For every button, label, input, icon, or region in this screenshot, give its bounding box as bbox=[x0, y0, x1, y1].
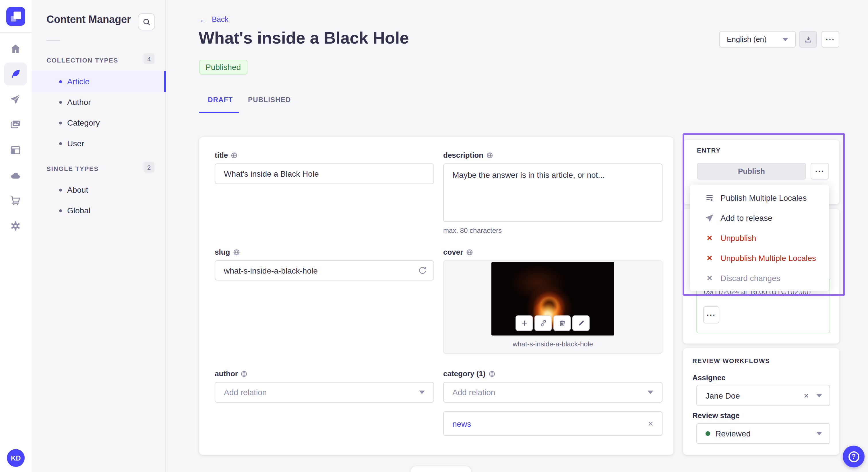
cover-add-button[interactable] bbox=[516, 315, 533, 331]
plus-icon bbox=[520, 319, 528, 327]
content-manager-panel: Content Manager COLLECTION TYPES 4 Artic… bbox=[32, 0, 166, 472]
section-heading-single-types: SINGLE TYPES bbox=[46, 165, 99, 172]
globe-icon bbox=[486, 152, 493, 159]
sidebar-item-category[interactable]: Category bbox=[32, 112, 166, 133]
field-label-author: author bbox=[215, 369, 248, 378]
cover-edit-button[interactable] bbox=[572, 315, 590, 331]
field-label-text: title bbox=[215, 151, 228, 160]
section-heading-collection-types: COLLECTION TYPES bbox=[46, 57, 118, 64]
slug-regenerate-button[interactable] bbox=[416, 264, 429, 277]
cover-delete-button[interactable] bbox=[553, 315, 570, 331]
chevron-down-icon bbox=[816, 432, 822, 435]
field-label-title: title bbox=[215, 151, 238, 160]
avatar-initials: KD bbox=[11, 454, 21, 462]
status-badge: Published bbox=[199, 60, 247, 74]
download-button[interactable] bbox=[799, 31, 817, 47]
home-icon bbox=[10, 43, 21, 55]
stage-status-dot bbox=[706, 431, 710, 436]
strapi-logo-mark bbox=[6, 7, 25, 26]
paper-plane-icon bbox=[705, 213, 714, 222]
tab-draft[interactable]: DRAFT bbox=[208, 96, 233, 104]
review-workflows-panel: REVIEW WORKFLOWS Assignee Jane Doe × Rev… bbox=[683, 348, 839, 455]
header-more-button[interactable]: ··· bbox=[822, 31, 839, 47]
clear-assignee-button[interactable]: × bbox=[804, 391, 809, 400]
title-input[interactable] bbox=[215, 164, 434, 184]
sidebar-item-global[interactable]: Global bbox=[32, 200, 166, 221]
sidebar-item-label: About bbox=[67, 185, 88, 194]
globe-icon bbox=[488, 370, 495, 377]
sidebar-item-author[interactable]: Author bbox=[32, 92, 166, 112]
menu-item-label: Unpublish Multiple Locales bbox=[720, 253, 816, 262]
field-label-text: category (1) bbox=[443, 369, 485, 378]
back-arrow-icon: ← bbox=[199, 15, 208, 24]
menu-item-discard-changes[interactable]: × Discard changes bbox=[690, 268, 829, 288]
nav-releases[interactable] bbox=[4, 88, 27, 111]
cover-media-box: what-s-inside-a-black-hole bbox=[443, 260, 662, 354]
author-relation-combobox[interactable]: Add relation bbox=[215, 382, 434, 403]
strapi-logo[interactable] bbox=[6, 7, 25, 26]
sidebar-item-label: User bbox=[67, 139, 84, 148]
entry-more-button[interactable]: ··· bbox=[811, 163, 829, 179]
slug-input[interactable] bbox=[215, 260, 434, 280]
back-link[interactable]: ← Back bbox=[199, 15, 228, 24]
publish-button[interactable]: Publish bbox=[697, 163, 806, 179]
entry-panel-title: ENTRY bbox=[697, 147, 721, 154]
floating-panel-edge bbox=[410, 466, 471, 472]
menu-item-unpublish[interactable]: × Unpublish bbox=[690, 228, 829, 248]
nav-media-library[interactable] bbox=[4, 113, 27, 136]
cart-icon bbox=[10, 195, 21, 206]
category-placeholder: Add relation bbox=[453, 388, 495, 397]
nav-settings[interactable] bbox=[4, 214, 27, 237]
assignee-value: Jane Doe bbox=[706, 391, 740, 400]
publish-button-label: Publish bbox=[738, 167, 765, 175]
assignee-combobox[interactable]: Jane Doe × bbox=[696, 385, 830, 406]
menu-item-unpublish-multiple-locales[interactable]: × Unpublish Multiple Locales bbox=[690, 248, 829, 268]
description-textarea[interactable]: Maybe the answer is in this article, or … bbox=[443, 164, 662, 222]
locale-value: English (en) bbox=[727, 35, 767, 43]
remove-relation-button[interactable]: × bbox=[648, 419, 653, 428]
rail-divider bbox=[0, 32, 32, 33]
help-button[interactable]: ? bbox=[843, 446, 865, 467]
field-label-text: author bbox=[215, 369, 238, 378]
media-icon bbox=[10, 119, 21, 130]
tab-draft-label: DRAFT bbox=[208, 96, 233, 104]
layout-icon bbox=[10, 144, 21, 156]
back-label: Back bbox=[212, 15, 228, 24]
locale-select[interactable]: English (en) bbox=[719, 31, 796, 47]
review-stage-value: Reviewed bbox=[715, 429, 751, 438]
menu-item-add-to-release[interactable]: Add to release bbox=[690, 208, 829, 228]
tab-published[interactable]: PUBLISHED bbox=[248, 96, 291, 104]
cover-filename: what-s-inside-a-black-hole bbox=[444, 340, 662, 348]
more-icon: ··· bbox=[707, 311, 716, 318]
help-icon: ? bbox=[848, 451, 859, 462]
globe-icon bbox=[233, 248, 240, 256]
avatar[interactable]: KD bbox=[7, 449, 25, 467]
search-button[interactable] bbox=[138, 13, 155, 30]
trash-icon bbox=[558, 319, 566, 327]
field-label-text: slug bbox=[215, 248, 230, 256]
sidebar-item-about[interactable]: About bbox=[32, 179, 166, 200]
cover-copy-link-button[interactable] bbox=[534, 315, 552, 331]
icon-rail: KD bbox=[0, 0, 32, 472]
field-label-category: category (1) bbox=[443, 369, 495, 378]
bullet-icon bbox=[59, 121, 62, 124]
nav-deploy[interactable] bbox=[4, 164, 27, 187]
menu-item-publish-multiple-locales[interactable]: Publish Multiple Locales bbox=[690, 188, 829, 208]
nav-marketplace[interactable] bbox=[4, 189, 27, 212]
close-icon: × bbox=[705, 233, 714, 243]
menu-item-label: Add to release bbox=[720, 213, 772, 222]
field-label-text: cover bbox=[443, 248, 463, 256]
nav-content-manager[interactable] bbox=[4, 63, 27, 86]
sidebar-item-user[interactable]: User bbox=[32, 133, 166, 154]
relation-link-news[interactable]: news bbox=[453, 419, 471, 428]
release-more-button[interactable]: ··· bbox=[703, 306, 719, 324]
nav-home[interactable] bbox=[4, 37, 27, 60]
field-label-cover: cover bbox=[443, 248, 473, 256]
nav-content-type-builder[interactable] bbox=[4, 139, 27, 162]
review-stage-combobox[interactable]: Reviewed bbox=[696, 423, 830, 444]
category-relation-combobox[interactable]: Add relation bbox=[443, 382, 662, 403]
tab-active-underline bbox=[199, 112, 239, 113]
entry-actions-menu: Publish Multiple Locales Add to release … bbox=[690, 185, 829, 291]
sidebar-item-article[interactable]: Article bbox=[32, 71, 166, 92]
close-icon: × bbox=[705, 252, 714, 263]
